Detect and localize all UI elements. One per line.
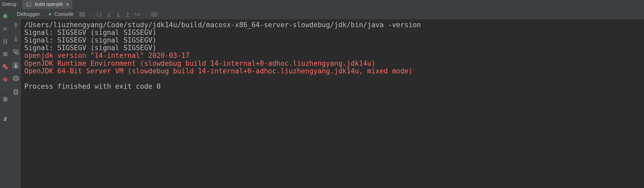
svg-line-21 bbox=[6, 97, 7, 98]
console-line: Signal: SIGSEGV (signal SIGSEGV) bbox=[21, 44, 644, 52]
separator bbox=[146, 11, 146, 17]
step-down-icon[interactable] bbox=[105, 11, 112, 18]
stop-icon[interactable] bbox=[2, 51, 9, 58]
svg-rect-45 bbox=[14, 90, 18, 94]
debug-toolbar: Debugger Console bbox=[11, 9, 644, 20]
step-down-icon[interactable] bbox=[115, 11, 122, 18]
clear-icon[interactable] bbox=[12, 88, 19, 95]
restart-icon[interactable] bbox=[96, 11, 103, 18]
up-icon[interactable] bbox=[12, 22, 19, 29]
evaluate-expression-icon[interactable] bbox=[151, 11, 158, 18]
svg-point-13 bbox=[4, 98, 6, 100]
separator bbox=[2, 109, 9, 109]
tab-console[interactable]: Console bbox=[46, 10, 76, 18]
separator bbox=[2, 89, 9, 90]
tab-console-label: Console bbox=[54, 11, 74, 17]
pause-icon[interactable] bbox=[2, 38, 9, 45]
console-line: /Users/liuzhengyang/Code/study/jdk14u/bu… bbox=[21, 21, 644, 29]
console-line: openjdk version "14-internal" 2020-03-17 bbox=[21, 52, 644, 59]
run-config-title: build openjdk bbox=[35, 2, 63, 7]
terminal-icon bbox=[25, 1, 32, 8]
bug-icon[interactable] bbox=[2, 13, 9, 20]
svg-point-10 bbox=[5, 66, 8, 69]
more-icon[interactable] bbox=[78, 11, 86, 18]
svg-rect-44 bbox=[15, 79, 17, 81]
breakpoints-icon[interactable] bbox=[2, 63, 9, 70]
svg-rect-5 bbox=[3, 27, 4, 31]
console-actions-rail bbox=[11, 20, 21, 188]
svg-line-18 bbox=[3, 97, 4, 98]
console-output[interactable]: /Users/liuzhengyang/Code/study/jdk14u/bu… bbox=[21, 20, 644, 188]
svg-rect-32 bbox=[152, 12, 157, 16]
print-icon[interactable] bbox=[12, 75, 19, 82]
settings-icon[interactable] bbox=[2, 96, 9, 103]
tab-debugger[interactable]: Debugger bbox=[13, 10, 44, 18]
svg-rect-6 bbox=[3, 39, 5, 44]
svg-line-20 bbox=[3, 100, 4, 101]
close-icon[interactable] bbox=[66, 3, 69, 6]
play-icon bbox=[49, 12, 52, 16]
console-line: Signal: SIGSEGV (signal SIGSEGV) bbox=[21, 36, 644, 44]
mute-breakpoints-icon[interactable] bbox=[2, 76, 9, 83]
debug-label: Debug: bbox=[2, 2, 17, 7]
console-line: OpenJDK 64-Bit Server VM (slowdebug buil… bbox=[21, 67, 644, 75]
console-line: Process finished with exit code 0 bbox=[21, 83, 644, 90]
svg-rect-7 bbox=[6, 39, 7, 44]
pin-icon[interactable] bbox=[2, 116, 9, 123]
console-line: OpenJDK Runtime Environment (slowdebug b… bbox=[21, 60, 644, 67]
separator bbox=[91, 11, 91, 17]
console-line bbox=[21, 75, 644, 83]
step-up-icon[interactable] bbox=[124, 11, 131, 18]
svg-rect-8 bbox=[3, 52, 7, 56]
svg-line-19 bbox=[6, 100, 7, 101]
console-line: Signal: SIGSEGV (signal SIGSEGV) bbox=[21, 29, 644, 36]
scroll-to-end-icon[interactable] bbox=[12, 62, 19, 69]
down-icon[interactable] bbox=[12, 35, 19, 42]
step-cursor-icon[interactable] bbox=[134, 11, 141, 18]
soft-wrap-icon[interactable] bbox=[12, 49, 19, 55]
debug-actions-rail bbox=[0, 9, 11, 188]
resume-icon[interactable] bbox=[2, 25, 9, 32]
run-config-tab[interactable]: build openjdk bbox=[22, 0, 72, 9]
debug-header: Debug: build openjdk bbox=[0, 0, 644, 9]
